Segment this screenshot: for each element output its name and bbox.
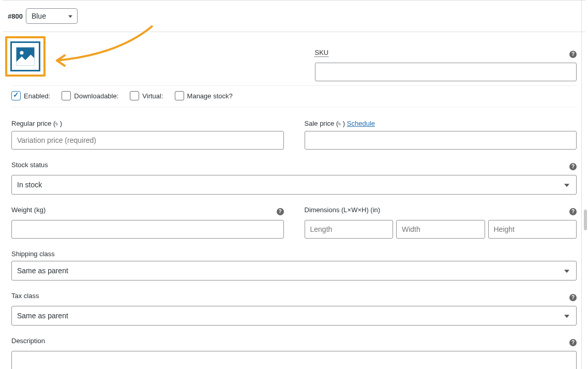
regular-price-input[interactable] — [11, 131, 284, 150]
sale-price-label: Sale price (৳ ) Schedule — [305, 120, 577, 128]
image-highlight-box — [5, 36, 46, 77]
image-placeholder-icon — [14, 46, 36, 67]
enabled-label: Enabled: — [24, 92, 50, 100]
manage-stock-checkbox[interactable] — [175, 91, 184, 100]
sale-price-input[interactable] — [305, 131, 577, 150]
description-label: Description — [11, 337, 45, 345]
shipping-class-select[interactable]: Same as parent — [11, 261, 577, 281]
downloadable-label: Downloadable: — [74, 92, 118, 100]
sku-input[interactable] — [315, 63, 577, 81]
manage-stock-label: Manage stock? — [187, 92, 233, 100]
variation-header: #800 Blue — [3, 1, 585, 32]
options-row: Enabled: Downloadable: Virtual: Manage s… — [11, 85, 577, 107]
attribute-select[interactable]: Blue — [26, 8, 78, 24]
help-icon[interactable]: ? — [277, 208, 284, 215]
shipping-class-label: Shipping class — [11, 250, 577, 258]
length-input[interactable] — [305, 220, 394, 239]
scrollbar[interactable] — [584, 210, 587, 230]
description-textarea[interactable] — [11, 351, 577, 369]
sku-label: SKU — [315, 49, 329, 56]
height-input[interactable] — [488, 220, 577, 239]
upload-image-button[interactable] — [10, 41, 40, 71]
width-input[interactable] — [396, 220, 485, 239]
stock-status-label: Stock status — [11, 161, 48, 169]
stock-status-select[interactable]: In stock — [11, 175, 577, 195]
tax-class-label: Tax class — [11, 292, 39, 300]
help-icon[interactable]: ? — [569, 51, 577, 58]
tax-class-select[interactable]: Same as parent — [11, 306, 577, 326]
help-icon[interactable]: ? — [569, 339, 577, 346]
virtual-checkbox[interactable] — [130, 91, 139, 100]
help-icon[interactable]: ? — [569, 163, 577, 170]
weight-label: Weight (kg) — [11, 206, 46, 214]
enabled-checkbox[interactable] — [11, 91, 21, 100]
weight-input[interactable] — [11, 220, 284, 239]
schedule-link[interactable]: Schedule — [347, 120, 375, 127]
help-icon[interactable]: ? — [569, 208, 577, 215]
virtual-label: Virtual: — [142, 92, 163, 100]
dimensions-label: Dimensions (L×W×H) (in) — [305, 206, 381, 214]
svg-point-1 — [20, 51, 24, 55]
regular-price-label: Regular price (৳ ) — [11, 120, 284, 128]
variation-id: #800 — [8, 12, 23, 20]
downloadable-checkbox[interactable] — [62, 91, 71, 100]
help-icon[interactable]: ? — [569, 294, 577, 301]
